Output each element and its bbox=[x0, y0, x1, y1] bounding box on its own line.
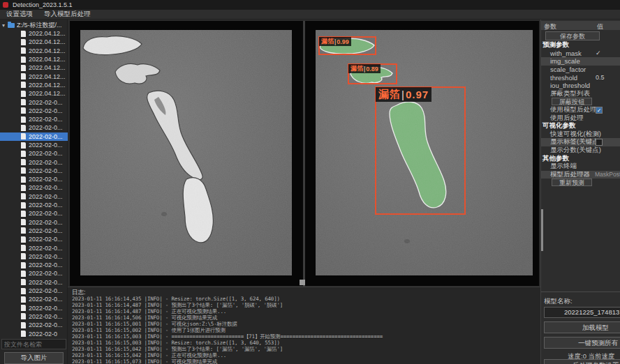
model-name-field[interactable]: 20221225_174813 bbox=[544, 307, 620, 318]
tree-item[interactable]: 2022-02-0... bbox=[0, 192, 68, 201]
param-row[interactable]: 显示标签(关键点) bbox=[541, 138, 620, 146]
section-divider bbox=[541, 291, 620, 292]
tree-item[interactable]: 2022.04.12... bbox=[0, 63, 68, 72]
import-images-button[interactable]: 导入图片 bbox=[4, 352, 64, 364]
postprocess-params-button[interactable]: 后处理参数设置 bbox=[544, 359, 620, 364]
tree-item[interactable]: 2022-02-0 bbox=[0, 329, 68, 338]
file-icon bbox=[21, 305, 26, 311]
tree-item[interactable]: 2022-02-0... bbox=[0, 252, 68, 261]
param-label: 重新预测 bbox=[552, 179, 592, 186]
param-row[interactable]: 快速可视化(检测) bbox=[541, 130, 620, 139]
save-params-button[interactable]: 保存参数 bbox=[545, 31, 600, 40]
file-sidebar: ▾ Z:/5-标注数据/... 2022.04.12... 2022.04.12… bbox=[0, 20, 68, 364]
tree-item[interactable]: 2022-02-0... bbox=[0, 201, 68, 209]
file-icon bbox=[21, 31, 26, 37]
tree-item[interactable]: 2022-02-0... bbox=[0, 175, 68, 183]
params-scrollbar-thumb[interactable] bbox=[541, 209, 543, 251]
window-title: Detection_2023.1.5.1 bbox=[13, 1, 73, 8]
tree-item[interactable]: 2022.04.12... bbox=[0, 47, 68, 55]
model-name-label: 模型名称: bbox=[544, 297, 573, 306]
param-row-list: 预测参数 with_mask ✓ img_scale scale_factor bbox=[541, 41, 620, 187]
file-icon bbox=[21, 133, 26, 139]
menu-import-model-postprocess[interactable]: 导入模型后处理 bbox=[44, 10, 91, 19]
tree-item[interactable]: 2022-02-0... bbox=[0, 98, 68, 106]
tree-item[interactable]: 2022-02-0... bbox=[0, 227, 68, 235]
param-row[interactable]: threshold 0.5 bbox=[541, 73, 620, 82]
tree-root-label: Z:/5-标注数据/... bbox=[17, 21, 62, 30]
tree-item[interactable]: 2022-02-0... bbox=[0, 183, 68, 192]
tree-item[interactable]: 2022-02-0... bbox=[0, 312, 68, 321]
file-icon bbox=[21, 322, 26, 328]
detection-label-2: 漏箔|0.89 bbox=[348, 64, 381, 73]
tree-item[interactable]: 2022.04.12... bbox=[0, 72, 68, 80]
detection-label-3: 漏箔|0.97 bbox=[376, 87, 431, 102]
param-row[interactable]: 屏蔽按钮 bbox=[541, 98, 620, 106]
tree-item[interactable]: 2022.04.12... bbox=[0, 89, 68, 98]
tree-item[interactable]: 2022-02-0... bbox=[0, 287, 68, 295]
tree-item[interactable]: 2022-02-0... bbox=[0, 243, 68, 252]
param-row[interactable]: 模型后处理器 MaskPostPro bbox=[541, 171, 620, 179]
file-icon bbox=[21, 245, 26, 251]
left-image-canvas[interactable] bbox=[80, 30, 292, 275]
tree-item-label: 2022-02-0... bbox=[29, 167, 63, 174]
caret-down-icon[interactable]: ▾ bbox=[2, 22, 8, 29]
tree-item[interactable]: 2022-02-0... bbox=[0, 132, 68, 141]
param-label: 预测参数 bbox=[542, 40, 569, 50]
load-model-button[interactable]: 加载模型 bbox=[544, 321, 620, 333]
tree-item[interactable]: 2022-02-0... bbox=[0, 123, 68, 132]
tree-item-label: 2022.04.12... bbox=[29, 64, 66, 71]
log-line: 2023-01-11 16:16:14,487 |INFO| - 正在可视化预测… bbox=[72, 309, 536, 315]
tree-item[interactable]: 2022-02-0... bbox=[0, 295, 68, 303]
param-row[interactable]: 使用后处理 bbox=[541, 114, 620, 122]
tree-item-label: 2022-02-0... bbox=[29, 313, 63, 320]
param-row[interactable]: 重新预测 bbox=[541, 179, 620, 187]
tree-item[interactable]: 2022-02-0... bbox=[0, 218, 68, 227]
param-row[interactable]: with_mask ✓ bbox=[541, 50, 620, 58]
param-row[interactable]: 其他参数 bbox=[541, 154, 620, 162]
tree-item[interactable]: 2022-02-0... bbox=[0, 269, 68, 278]
tree-item[interactable]: 2022.04.12... bbox=[0, 29, 68, 38]
param-row[interactable]: scale_factor bbox=[541, 66, 620, 74]
tree-item[interactable]: 2022-02-0... bbox=[0, 209, 68, 218]
file-tree[interactable]: ▾ Z:/5-标注数据/... 2022.04.12... 2022.04.12… bbox=[0, 21, 68, 338]
tree-item[interactable]: 2022.04.12... bbox=[0, 38, 68, 46]
tree-item[interactable]: 2022.04.12... bbox=[0, 55, 68, 63]
filename-search-input[interactable] bbox=[1, 339, 66, 349]
param-row[interactable]: 显示终端 bbox=[541, 162, 620, 171]
tree-item[interactable]: 2022-02-0... bbox=[0, 141, 68, 149]
tree-item-label: 2022-02-0... bbox=[29, 116, 63, 123]
tree-item[interactable]: 2022-02-0... bbox=[0, 115, 68, 123]
param-row[interactable]: iou_threshold bbox=[541, 82, 620, 90]
file-icon bbox=[21, 279, 26, 285]
param-row[interactable]: 预测参数 bbox=[541, 41, 620, 50]
tree-item-label: 2022-02-0... bbox=[29, 159, 63, 166]
tree-item[interactable]: 2022-02-0... bbox=[0, 304, 68, 312]
tree-item[interactable]: 2022-02-0... bbox=[0, 261, 68, 269]
right-image-canvas[interactable]: 漏箔|0.99 漏箔|0.89 漏箔|0.97 bbox=[316, 30, 533, 275]
image-panel-original[interactable] bbox=[70, 21, 303, 286]
tree-item-label: 2022-02-0... bbox=[29, 279, 63, 286]
param-row[interactable]: 可视化参数 bbox=[541, 122, 620, 130]
image-panel-prediction[interactable]: 漏箔|0.99 漏箔|0.89 漏箔|0.97 bbox=[305, 21, 539, 286]
tree-item[interactable]: 2022-02-0... bbox=[0, 158, 68, 166]
param-row[interactable]: 使用模型后处理 ✓ bbox=[541, 106, 620, 114]
tree-item-label: 2022-02-0... bbox=[29, 305, 63, 312]
title-bar: Detection_2023.1.5.1 bbox=[0, 0, 620, 10]
param-row[interactable]: 显示分数(关键点) bbox=[541, 146, 620, 155]
tree-item[interactable]: 2022-02-0... bbox=[0, 107, 68, 115]
tree-item[interactable]: 2022-02-0... bbox=[0, 167, 68, 175]
tree-item[interactable]: 2022.04.12... bbox=[0, 81, 68, 89]
tree-item[interactable]: 2022-02-0... bbox=[0, 278, 68, 287]
tree-root-node[interactable]: ▾ Z:/5-标注数据/... bbox=[0, 21, 68, 29]
original-image bbox=[80, 30, 292, 275]
label-divider: | bbox=[334, 38, 336, 45]
predict-all-button[interactable]: 一键预测所有 bbox=[544, 337, 620, 349]
tree-item[interactable]: 2022-02-0... bbox=[0, 321, 68, 329]
tree-item-label: 2022-02-0... bbox=[29, 202, 63, 208]
file-icon bbox=[21, 56, 26, 63]
param-row[interactable]: img_scale bbox=[541, 57, 620, 66]
param-row[interactable]: 屏蔽类型列表 bbox=[541, 90, 620, 98]
tree-item[interactable]: 2022-02-0... bbox=[0, 149, 68, 158]
menu-settings[interactable]: 设置选项 bbox=[6, 10, 33, 19]
tree-item[interactable]: 2022-02-0... bbox=[0, 235, 68, 243]
